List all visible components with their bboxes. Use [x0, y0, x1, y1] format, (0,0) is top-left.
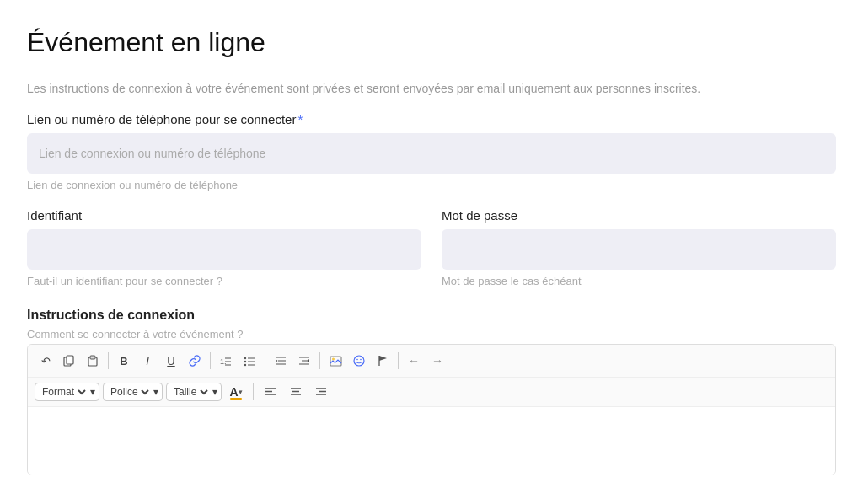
paste-button[interactable] — [82, 350, 104, 372]
svg-rect-3 — [90, 356, 95, 359]
mot-de-passe-label: Mot de passe — [442, 208, 836, 223]
separator-3 — [265, 352, 265, 369]
identifiant-hint: Faut-il un identifiant pour se connecter… — [27, 275, 421, 287]
copy-button[interactable] — [58, 350, 80, 372]
police-select-wrapper[interactable]: Police ▾ — [103, 383, 163, 401]
align-left-button[interactable] — [260, 381, 281, 403]
toolbar-row2: Format ▾ Police ▾ Taille ▾ A ▾ — [28, 378, 835, 407]
svg-point-24 — [354, 356, 364, 366]
color-a-icon: A — [229, 385, 238, 399]
svg-point-9 — [244, 361, 246, 362]
format-chevron-icon: ▾ — [90, 386, 95, 398]
instructions-section: Instructions de connexion Comment se con… — [27, 308, 836, 475]
mot-de-passe-field: Mot de passe Mot de passe le cas échéant — [442, 208, 836, 287]
instructions-title: Instructions de connexion — [27, 308, 836, 323]
separator-6 — [253, 383, 254, 400]
unordered-list-button[interactable] — [239, 350, 260, 372]
police-chevron-icon: ▾ — [153, 386, 158, 398]
svg-marker-17 — [276, 359, 278, 362]
svg-point-26 — [360, 359, 362, 361]
undo-button[interactable]: ↶ — [35, 350, 56, 372]
flag-button[interactable] — [372, 350, 394, 372]
identifiant-input[interactable] — [27, 229, 421, 270]
separator-2 — [210, 352, 211, 369]
svg-point-8 — [244, 357, 246, 359]
svg-marker-21 — [308, 359, 310, 362]
identifiant-field: Identifiant Faut-il un identifiant pour … — [27, 208, 421, 287]
align-center-button[interactable] — [285, 381, 307, 403]
mot-de-passe-hint: Mot de passe le cas échéant — [442, 275, 836, 287]
separator-5 — [398, 352, 399, 369]
taille-select[interactable]: Taille — [170, 385, 211, 399]
instructions-hint: Comment se connecter à votre événement ? — [27, 328, 836, 340]
ordered-list-button[interactable]: 1. — [215, 350, 237, 372]
history-back-button[interactable]: ← — [403, 350, 425, 372]
color-picker-button[interactable]: A ▾ — [225, 381, 247, 403]
connection-link-label: Lien ou numéro de téléphone pour se conn… — [27, 112, 836, 126]
svg-marker-28 — [379, 356, 387, 361]
toolbar-row1: ↶ B I U — [28, 345, 835, 378]
format-select-wrapper[interactable]: Format ▾ — [35, 383, 99, 401]
page-title: Événement en ligne — [27, 27, 836, 58]
connection-link-input[interactable] — [27, 133, 836, 174]
format-select[interactable]: Format — [39, 385, 88, 399]
underline-button[interactable]: U — [160, 350, 182, 372]
smiley-button[interactable] — [348, 350, 370, 372]
history-forward-button[interactable]: → — [426, 350, 448, 372]
taille-select-wrapper[interactable]: Taille ▾ — [166, 383, 222, 401]
separator-4 — [319, 352, 320, 369]
info-text: Les instructions de connexion à votre év… — [27, 82, 836, 95]
identifiant-label: Identifiant — [27, 208, 421, 223]
editor-content-area[interactable] — [28, 407, 835, 475]
svg-point-23 — [332, 357, 335, 360]
image-button[interactable] — [324, 350, 346, 372]
connection-link-hint: Lien de connexion ou numéro de téléphone — [27, 179, 836, 191]
color-indicator — [230, 398, 242, 400]
svg-point-25 — [356, 359, 358, 361]
identifiant-password-row: Identifiant Faut-il un identifiant pour … — [27, 208, 836, 287]
svg-point-10 — [244, 364, 246, 366]
separator-1 — [108, 352, 109, 369]
bold-button[interactable]: B — [113, 350, 135, 372]
police-select[interactable]: Police — [107, 385, 152, 399]
taille-chevron-icon: ▾ — [212, 386, 217, 398]
link-button[interactable] — [184, 350, 206, 372]
svg-rect-1 — [67, 356, 73, 364]
connection-link-field: Lien ou numéro de téléphone pour se conn… — [27, 112, 836, 191]
rich-text-editor: ↶ B I U — [27, 344, 836, 475]
italic-button[interactable]: I — [137, 350, 158, 372]
outdent-button[interactable] — [270, 350, 292, 372]
mot-de-passe-input[interactable] — [442, 229, 836, 270]
color-chevron-icon: ▾ — [239, 388, 243, 396]
align-right-button[interactable] — [310, 381, 332, 403]
indent-button[interactable] — [293, 350, 315, 372]
